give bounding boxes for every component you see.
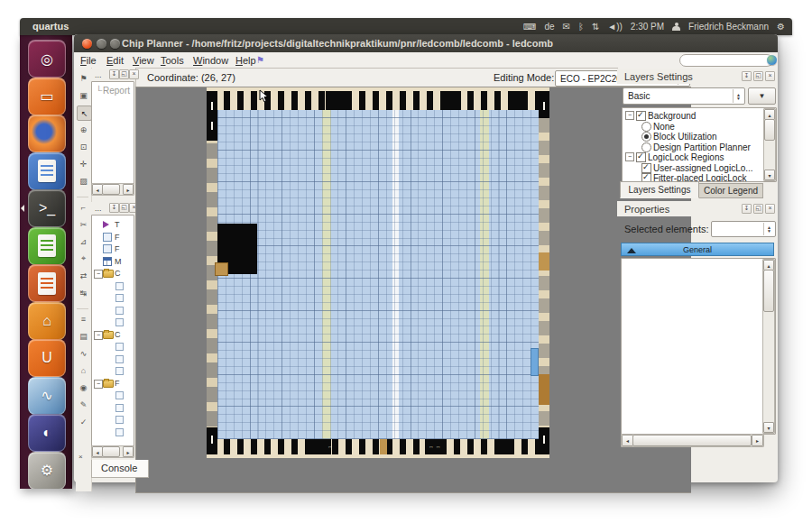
wire-tool[interactable]: ⌐ <box>77 200 90 214</box>
zoom-in-tool[interactable]: ⊕ <box>77 123 90 136</box>
palette-collapse-icon[interactable]: × <box>78 453 83 461</box>
find-tool[interactable]: ◉ <box>77 381 90 394</box>
volume-icon[interactable]: ◄)) <box>607 23 623 32</box>
io-column-right[interactable] <box>539 110 549 439</box>
hand-tool[interactable]: ✛ <box>77 157 90 170</box>
placed-io-cell[interactable] <box>215 262 228 276</box>
bluetooth-icon[interactable]: ᛒ <box>578 23 584 32</box>
layers-settings-header[interactable]: Layers Settings ↧ ◱ × <box>617 69 778 84</box>
restore-icon[interactable]: ◱ <box>753 204 763 214</box>
properties-section-general[interactable]: General <box>621 243 774 256</box>
network-icon[interactable]: ⇅ <box>592 23 599 32</box>
menu-edit[interactable]: Edit <box>103 54 127 67</box>
keyboard-layout[interactable]: de <box>544 23 554 32</box>
menu-window[interactable]: Window <box>189 54 232 67</box>
context-help-icon[interactable]: ⚑ <box>256 55 264 65</box>
tab-layers-settings[interactable]: Layers Settings <box>620 181 699 198</box>
clock[interactable]: 2:30 PM <box>631 23 664 32</box>
task-tree-item[interactable] <box>92 280 134 291</box>
spinner-icon[interactable]: ▲▼ <box>733 89 743 103</box>
minimize-window-button[interactable] <box>97 39 106 49</box>
whats-this-icon[interactable]: ⚑ <box>77 71 90 85</box>
task-tree-item[interactable] <box>92 305 134 316</box>
task-tree-item[interactable] <box>92 353 134 364</box>
home-tool[interactable]: ⌂ <box>77 363 90 377</box>
scroll-down-icon[interactable]: ▾ <box>763 422 774 433</box>
properties-header[interactable]: Properties ↧ ◱ × <box>617 201 778 216</box>
lab-grid[interactable] <box>217 110 539 439</box>
task-tree-item[interactable]: −F <box>92 378 134 389</box>
task-tree-item[interactable] <box>92 292 134 303</box>
properties-hscrollbar[interactable]: ◂ ▸ <box>621 434 764 447</box>
cut-tool[interactable]: ✂ <box>77 217 90 231</box>
launcher-item-wireshark[interactable]: ∿ <box>28 377 66 415</box>
window-list-icon[interactable]: ▣ <box>77 88 90 102</box>
maximize-window-button[interactable] <box>110 39 120 49</box>
session-gear-icon[interactable]: ⚙ <box>777 23 785 32</box>
scroll-right-icon[interactable]: ▸ <box>123 184 134 195</box>
menu-view[interactable]: View <box>129 54 158 67</box>
task-tree-item[interactable] <box>92 414 134 425</box>
menu-tools[interactable]: Tools <box>157 54 188 67</box>
task-tree-item[interactable]: M <box>92 256 134 267</box>
swap-tool[interactable]: ⇄ <box>77 269 90 282</box>
tab-color-legend[interactable]: Color Legend <box>698 183 763 198</box>
route-tool[interactable]: ∿ <box>77 346 90 360</box>
check-tool[interactable]: ✓ <box>77 415 90 428</box>
task-tree-item[interactable]: F <box>92 243 134 254</box>
launcher-item-software-center[interactable]: ⌂ <box>28 302 66 340</box>
close-window-button[interactable] <box>82 39 92 49</box>
scroll-right-icon[interactable]: ▸ <box>752 435 763 446</box>
io-row-bottom[interactable]: ↔ ↔ ↔ ↔ <box>210 439 546 454</box>
user-name[interactable]: Friedrich Beckmann <box>688 23 769 32</box>
launcher-item-system-tools[interactable]: ⚙ <box>28 452 66 490</box>
tasks-panel-header[interactable]: ... ↧ ◱ × <box>91 202 134 215</box>
task-tree-item[interactable] <box>92 316 134 327</box>
expander-icon[interactable]: − <box>94 380 103 389</box>
layers-tool[interactable]: ▤ <box>77 329 90 343</box>
window-titlebar[interactable]: Chip Planner - /home/fritz/projects/digi… <box>74 34 778 52</box>
layers-tree-row[interactable]: None <box>623 122 776 133</box>
stack-tool[interactable]: ≡ <box>77 312 90 326</box>
expander-icon[interactable]: − <box>94 270 103 279</box>
expander-icon[interactable]: − <box>94 331 103 340</box>
close-icon[interactable]: × <box>765 204 775 214</box>
tab-tool[interactable]: ↹ <box>77 286 90 299</box>
task-tree-item[interactable]: −C <box>92 329 134 340</box>
task-tree-item[interactable]: T <box>92 219 134 230</box>
tab-console[interactable]: Console <box>91 460 149 478</box>
layers-tree-row[interactable]: Block Utilization <box>623 132 776 142</box>
tasks-hscrollbar[interactable]: ◂ ▸ <box>91 445 134 458</box>
task-tree-item[interactable] <box>92 390 134 400</box>
selected-elements-select[interactable]: ▲▼ <box>711 221 776 237</box>
mail-icon[interactable]: ✉ <box>563 23 570 32</box>
layers-tree-row[interactable]: − Background <box>623 111 776 122</box>
layers-tree-row[interactable]: Design Partition Planner <box>623 142 776 153</box>
assigned-pin-cell[interactable] <box>539 374 549 405</box>
layers-menu-button[interactable]: ▼ <box>748 87 776 105</box>
task-tree-item[interactable]: F <box>92 232 134 243</box>
pin-icon[interactable]: ↧ <box>109 69 119 79</box>
restore-icon[interactable]: ◱ <box>119 203 129 213</box>
layers-vscrollbar[interactable]: ▴ ▾ <box>763 108 776 181</box>
menu-file[interactable]: File <box>77 54 100 67</box>
launcher-item-libreoffice-calc[interactable] <box>28 227 66 265</box>
task-tree-item[interactable]: −C <box>92 268 134 279</box>
zoom-region-tool[interactable]: ⊡ <box>77 140 90 153</box>
launcher-item-ubuntu-one[interactable]: U <box>28 339 66 377</box>
restore-icon[interactable]: ◱ <box>753 71 763 81</box>
assigned-pin-cell[interactable] <box>539 252 549 271</box>
report-hscrollbar[interactable]: ◂ ▸ <box>91 183 134 196</box>
task-tree-item[interactable] <box>92 365 134 376</box>
pin-icon[interactable]: ↧ <box>109 203 119 213</box>
pin-icon[interactable]: ↧ <box>742 71 752 81</box>
close-icon[interactable]: × <box>765 71 775 81</box>
close-icon[interactable]: × <box>129 69 139 79</box>
target-tool[interactable]: ⌖ <box>77 252 90 265</box>
layers-preset-select[interactable]: Basic ▲▼ <box>623 87 745 105</box>
launcher-item-firefox[interactable] <box>28 115 66 152</box>
properties-vscrollbar[interactable]: ▴ ▾ <box>762 259 775 434</box>
bend-tool[interactable]: ⊿ <box>77 234 90 248</box>
task-tree-item[interactable] <box>92 427 134 437</box>
globe-search-icon[interactable] <box>767 55 777 65</box>
